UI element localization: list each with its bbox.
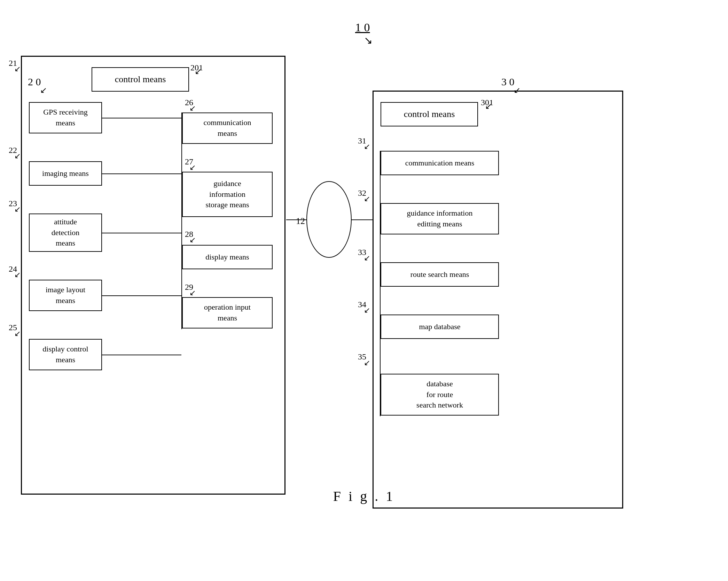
- vert-line-right: [181, 113, 182, 329]
- display-control-means: display controlmeans: [29, 339, 102, 370]
- attitude-detection-means: attitudedetectionmeans: [29, 214, 102, 252]
- box30-label: 3 0: [501, 76, 515, 88]
- box30-control-means: control means: [381, 102, 478, 126]
- line-box20-circle: [286, 219, 307, 220]
- operation-input-means: operation inputmeans: [182, 297, 273, 328]
- ref-29-arrow: ↙: [189, 288, 196, 297]
- ref-22-arrow: ↙: [14, 152, 21, 161]
- system-arrow: ↘: [364, 34, 373, 46]
- guidance-info-editing-means: guidance informationeditting means: [381, 203, 499, 234]
- line-25-29: [102, 355, 181, 355]
- box20-container: control means 201 ↙ 21 ↙ GPS receivingme…: [21, 56, 285, 495]
- ref-32-arrow: ↙: [364, 194, 370, 203]
- line-24-28: [102, 295, 181, 296]
- map-database: map database: [381, 315, 499, 339]
- image-layout-means: image layoutmeans: [29, 280, 102, 311]
- ref-31-arrow: ↙: [364, 142, 370, 151]
- ref-27-arrow: ↙: [189, 163, 196, 172]
- fig-label: F i g . 1: [333, 488, 395, 504]
- line-23-27: [102, 233, 181, 233]
- display-means: display means: [182, 245, 273, 269]
- line-21-26: [102, 118, 181, 118]
- ref-33-arrow: ↙: [364, 254, 370, 263]
- route-search-means: route search means: [381, 262, 499, 287]
- gps-receiving-means: GPS receivingmeans: [29, 102, 102, 133]
- line-22-27: [102, 173, 181, 174]
- diagram: 1 0 ↘ 2 0 ↙ 3 0 ↙ control means 201 ↙ 21…: [21, 21, 707, 511]
- vert-line-box30: [380, 151, 381, 416]
- ref-201-arrow: ↙: [195, 67, 202, 76]
- line-circle-box30: [351, 219, 373, 220]
- network-label: 12: [296, 216, 305, 226]
- communication-means-30: communication means: [381, 151, 499, 175]
- system-id-label: 1 0: [355, 21, 370, 34]
- ref-24-arrow: ↙: [14, 270, 21, 279]
- guidance-information-storage-means: guidanceinformationstorage means: [182, 172, 273, 217]
- network-circle: [306, 181, 352, 258]
- ref-34-arrow: ↙: [364, 306, 370, 315]
- ref-21-arrow: ↙: [14, 64, 21, 73]
- ref-23-arrow: ↙: [14, 205, 21, 214]
- box20-control-means: control means: [92, 67, 189, 92]
- communication-means-20: communicationmeans: [182, 113, 273, 144]
- ref-35-arrow: ↙: [364, 358, 370, 367]
- imaging-means: imaging means: [29, 161, 102, 186]
- ref-25-arrow: ↙: [14, 329, 21, 338]
- ref-26-arrow: ↙: [189, 104, 196, 113]
- ref-28-arrow: ↙: [189, 235, 196, 245]
- database-route-search-network: databasefor routesearch network: [381, 374, 499, 416]
- ref-301-arrow: ↙: [485, 101, 492, 111]
- box30-container: control means 301 ↙ 31 ↙ communication m…: [373, 91, 623, 509]
